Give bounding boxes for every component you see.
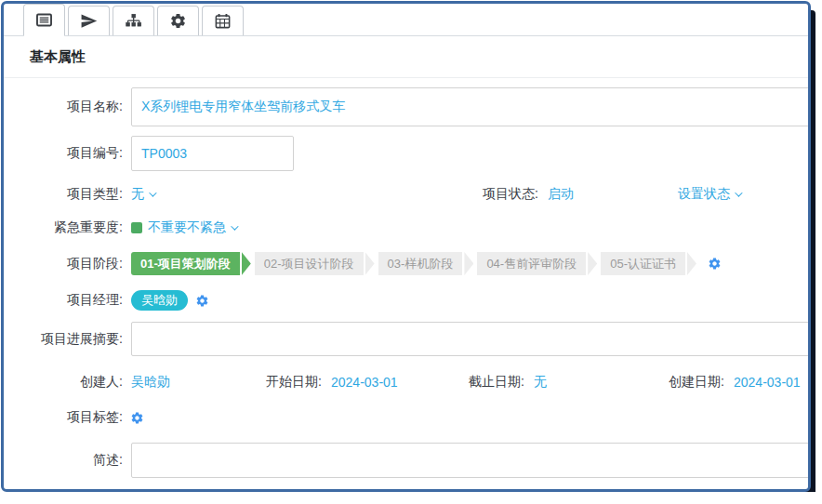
form-icon <box>35 11 53 29</box>
project-code-row: 项目编号: <box>4 136 808 171</box>
due-date-value: 无 <box>534 374 547 391</box>
stage-item-1[interactable]: 01-项目策划阶段 <box>131 252 251 275</box>
project-code-input[interactable] <box>131 136 294 171</box>
tab-send[interactable] <box>68 6 110 35</box>
arrow-tip <box>687 252 696 275</box>
project-stage-row: 项目阶段: 01-项目策划阶段 02-项目设计阶段 03-样机阶段 04-售前评… <box>4 252 808 275</box>
page-title: 基本属性 <box>4 36 808 78</box>
progress-summary-input[interactable] <box>131 322 810 356</box>
project-name-row: 项目名称: <box>4 87 808 126</box>
chevron-down-icon <box>231 223 238 231</box>
brief-input[interactable] <box>131 443 810 478</box>
send-icon <box>80 12 98 30</box>
tags-settings-gear-icon[interactable] <box>130 411 144 425</box>
tab-basic-info[interactable] <box>23 4 65 36</box>
project-code-label: 项目编号: <box>4 145 123 162</box>
stage-settings-gear-icon[interactable] <box>708 257 722 271</box>
project-status-value: 启动 <box>548 186 574 203</box>
calendar-icon <box>214 12 232 30</box>
project-manager-row: 项目经理: 吴晗勋 <box>4 289 808 312</box>
project-status-label: 项目状态: <box>431 186 538 203</box>
due-date-label: 截止日期: <box>452 374 524 391</box>
project-manager-label: 项目经理: <box>4 292 123 309</box>
sitemap-icon <box>125 12 142 30</box>
arrow-tip <box>464 252 473 275</box>
urgency-label: 紧急重要度: <box>4 219 123 236</box>
project-name-label: 项目名称: <box>4 99 123 115</box>
project-type-select[interactable]: 无 <box>131 186 154 203</box>
start-date-label: 开始日期: <box>229 374 322 391</box>
creator-value: 吴晗勋 <box>131 374 170 391</box>
tab-bar <box>4 4 808 36</box>
set-status-button[interactable]: 设置状态 <box>678 186 740 203</box>
project-tags-row: 项目标签: <box>4 408 808 427</box>
urgency-row: 紧急重要度: 不重要不紧急 <box>4 218 808 238</box>
app-window: 基本属性 项目名称: 项目编号: 项目类型: 无 项目状态: 启动 设置状态 紧… <box>1 1 811 492</box>
brief-row: 简述: <box>4 443 808 478</box>
arrow-tip <box>242 252 251 275</box>
brief-label: 简述: <box>4 452 123 469</box>
manager-settings-gear-icon[interactable] <box>195 294 209 308</box>
progress-summary-row: 项目进展摘要: <box>4 322 808 356</box>
created-date-label: 创建日期: <box>645 374 724 391</box>
chevron-down-icon <box>735 190 742 197</box>
arrow-tip <box>365 252 375 275</box>
stage-breadcrumb: 01-项目策划阶段 02-项目设计阶段 03-样机阶段 04-售前评审阶段 05… <box>131 252 700 275</box>
project-type-row: 项目类型: 无 项目状态: 启动 设置状态 <box>4 184 808 205</box>
project-stage-label: 项目阶段: <box>4 256 123 272</box>
created-date-value: 2024-03-01 <box>734 375 801 390</box>
meta-row: 创建人: 吴晗勋 开始日期: 2024-03-01 截止日期: 无 创建日期: … <box>4 373 808 391</box>
manager-badge[interactable]: 吴晗勋 <box>131 290 188 311</box>
stage-item-4[interactable]: 04-售前评审阶段 <box>477 252 597 275</box>
stage-item-2[interactable]: 02-项目设计阶段 <box>255 252 375 275</box>
start-date-value: 2024-03-01 <box>331 375 398 390</box>
arrow-tip <box>588 252 597 275</box>
tab-calendar[interactable] <box>202 6 244 35</box>
progress-summary-label: 项目进展摘要: <box>4 331 123 348</box>
stage-item-3[interactable]: 03-样机阶段 <box>378 252 474 275</box>
chevron-down-icon <box>149 190 156 197</box>
tab-structure[interactable] <box>113 6 154 35</box>
tab-settings[interactable] <box>157 6 199 35</box>
creator-label: 创建人: <box>4 374 123 391</box>
project-name-input[interactable] <box>131 87 810 126</box>
gear-icon <box>169 12 187 30</box>
project-tags-label: 项目标签: <box>4 409 123 426</box>
urgency-select[interactable]: 不重要不紧急 <box>148 219 236 236</box>
stage-item-5[interactable]: 05-认证证书 <box>601 252 696 275</box>
urgency-color-indicator <box>131 222 142 233</box>
project-type-label: 项目类型: <box>4 186 123 203</box>
